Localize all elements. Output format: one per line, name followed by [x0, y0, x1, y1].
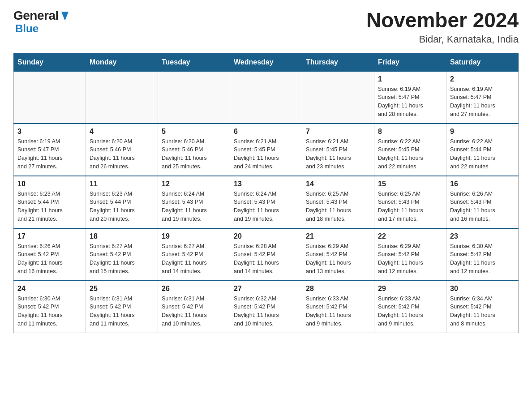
calendar-cell: 21Sunrise: 6:29 AMSunset: 5:42 PMDayligh…: [302, 228, 374, 281]
calendar-cell: 10Sunrise: 6:23 AMSunset: 5:44 PMDayligh…: [14, 176, 86, 228]
calendar-cell: 27Sunrise: 6:32 AMSunset: 5:42 PMDayligh…: [230, 281, 302, 333]
calendar-cell: 24Sunrise: 6:30 AMSunset: 5:42 PMDayligh…: [14, 281, 86, 333]
day-info: Sunrise: 6:26 AMSunset: 5:42 PMDaylight:…: [17, 242, 82, 276]
calendar-week-5: 24Sunrise: 6:30 AMSunset: 5:42 PMDayligh…: [14, 281, 519, 333]
day-info: Sunrise: 6:30 AMSunset: 5:42 PMDaylight:…: [450, 242, 515, 276]
day-number: 7: [306, 128, 370, 136]
day-info: Sunrise: 6:24 AMSunset: 5:43 PMDaylight:…: [234, 190, 298, 223]
logo: General Blue: [13, 9, 69, 34]
day-number: 16: [450, 180, 515, 188]
calendar-cell: 17Sunrise: 6:26 AMSunset: 5:42 PMDayligh…: [14, 228, 86, 281]
day-number: 2: [450, 75, 515, 83]
calendar-cell: [230, 71, 302, 124]
day-info: Sunrise: 6:33 AMSunset: 5:42 PMDaylight:…: [378, 295, 442, 328]
day-info: Sunrise: 6:27 AMSunset: 5:42 PMDaylight:…: [90, 242, 154, 276]
day-info: Sunrise: 6:19 AMSunset: 5:47 PMDaylight:…: [378, 85, 442, 119]
weekday-header-row: SundayMondayTuesdayWednesdayThursdayFrid…: [14, 53, 519, 71]
day-info: Sunrise: 6:32 AMSunset: 5:42 PMDaylight:…: [234, 295, 298, 328]
day-number: 26: [162, 285, 226, 293]
calendar-cell: 3Sunrise: 6:19 AMSunset: 5:47 PMDaylight…: [14, 124, 86, 176]
day-info: Sunrise: 6:34 AMSunset: 5:42 PMDaylight:…: [450, 295, 515, 328]
day-info: Sunrise: 6:28 AMSunset: 5:42 PMDaylight:…: [234, 242, 298, 276]
svg-marker-0: [61, 12, 69, 21]
day-number: 17: [17, 232, 82, 240]
calendar-cell: 4Sunrise: 6:20 AMSunset: 5:46 PMDaylight…: [86, 124, 158, 176]
day-number: 24: [17, 285, 82, 293]
calendar-subtitle: Bidar, Karnataka, India: [366, 34, 519, 45]
calendar-week-4: 17Sunrise: 6:26 AMSunset: 5:42 PMDayligh…: [14, 228, 519, 281]
calendar-week-2: 3Sunrise: 6:19 AMSunset: 5:47 PMDaylight…: [14, 124, 519, 176]
calendar-cell: 9Sunrise: 6:22 AMSunset: 5:44 PMDaylight…: [446, 124, 519, 176]
day-number: 10: [17, 180, 82, 188]
day-number: 22: [378, 232, 442, 240]
day-number: 25: [90, 285, 154, 293]
calendar-cell: 2Sunrise: 6:19 AMSunset: 5:47 PMDaylight…: [446, 71, 519, 124]
calendar-cell: 13Sunrise: 6:24 AMSunset: 5:43 PMDayligh…: [230, 176, 302, 228]
day-number: 4: [90, 128, 154, 136]
day-info: Sunrise: 6:23 AMSunset: 5:44 PMDaylight:…: [17, 190, 82, 223]
day-info: Sunrise: 6:27 AMSunset: 5:42 PMDaylight:…: [162, 242, 226, 276]
weekday-header-sunday: Sunday: [14, 53, 86, 71]
day-number: 18: [90, 232, 154, 240]
calendar-cell: 19Sunrise: 6:27 AMSunset: 5:42 PMDayligh…: [158, 228, 230, 281]
day-number: 19: [162, 232, 226, 240]
weekday-header-wednesday: Wednesday: [230, 53, 302, 71]
calendar-week-1: 1Sunrise: 6:19 AMSunset: 5:47 PMDaylight…: [14, 71, 519, 124]
calendar-cell: 30Sunrise: 6:34 AMSunset: 5:42 PMDayligh…: [446, 281, 519, 333]
weekday-header-tuesday: Tuesday: [158, 53, 230, 71]
day-info: Sunrise: 6:22 AMSunset: 5:44 PMDaylight:…: [450, 137, 515, 171]
calendar-cell: 28Sunrise: 6:33 AMSunset: 5:42 PMDayligh…: [302, 281, 374, 333]
calendar-cell: 18Sunrise: 6:27 AMSunset: 5:42 PMDayligh…: [86, 228, 158, 281]
calendar-cell: [302, 71, 374, 124]
day-number: 9: [450, 128, 515, 136]
calendar-cell: 15Sunrise: 6:25 AMSunset: 5:43 PMDayligh…: [374, 176, 446, 228]
day-info: Sunrise: 6:31 AMSunset: 5:42 PMDaylight:…: [162, 295, 226, 328]
day-number: 20: [234, 232, 298, 240]
calendar-cell: 7Sunrise: 6:21 AMSunset: 5:45 PMDaylight…: [302, 124, 374, 176]
logo-blue-text: Blue: [15, 22, 39, 34]
calendar-week-3: 10Sunrise: 6:23 AMSunset: 5:44 PMDayligh…: [14, 176, 519, 228]
calendar-cell: 11Sunrise: 6:23 AMSunset: 5:44 PMDayligh…: [86, 176, 158, 228]
calendar-cell: 6Sunrise: 6:21 AMSunset: 5:45 PMDaylight…: [230, 124, 302, 176]
calendar-cell: 25Sunrise: 6:31 AMSunset: 5:42 PMDayligh…: [86, 281, 158, 333]
day-number: 6: [234, 128, 298, 136]
calendar-cell: 29Sunrise: 6:33 AMSunset: 5:42 PMDayligh…: [374, 281, 446, 333]
calendar-table: SundayMondayTuesdayWednesdayThursdayFrid…: [13, 53, 519, 333]
calendar-cell: [158, 71, 230, 124]
day-info: Sunrise: 6:29 AMSunset: 5:42 PMDaylight:…: [378, 242, 442, 276]
page-header: General Blue November 2024 Bidar, Karnat…: [13, 9, 519, 45]
day-number: 13: [234, 180, 298, 188]
day-number: 12: [162, 180, 226, 188]
day-number: 1: [378, 75, 442, 83]
logo-arrow-icon: [60, 10, 69, 22]
calendar-body: 1Sunrise: 6:19 AMSunset: 5:47 PMDaylight…: [14, 71, 519, 333]
day-info: Sunrise: 6:25 AMSunset: 5:43 PMDaylight:…: [378, 190, 442, 223]
weekday-header-thursday: Thursday: [302, 53, 374, 71]
day-info: Sunrise: 6:25 AMSunset: 5:43 PMDaylight:…: [306, 190, 370, 223]
day-info: Sunrise: 6:22 AMSunset: 5:45 PMDaylight:…: [378, 137, 442, 171]
day-info: Sunrise: 6:21 AMSunset: 5:45 PMDaylight:…: [234, 137, 298, 171]
calendar-cell: 1Sunrise: 6:19 AMSunset: 5:47 PMDaylight…: [374, 71, 446, 124]
day-info: Sunrise: 6:19 AMSunset: 5:47 PMDaylight:…: [17, 137, 82, 171]
calendar-header: SundayMondayTuesdayWednesdayThursdayFrid…: [14, 53, 519, 71]
day-info: Sunrise: 6:20 AMSunset: 5:46 PMDaylight:…: [90, 137, 154, 171]
day-info: Sunrise: 6:26 AMSunset: 5:43 PMDaylight:…: [450, 190, 515, 223]
day-number: 30: [450, 285, 515, 293]
day-number: 11: [90, 180, 154, 188]
day-info: Sunrise: 6:21 AMSunset: 5:45 PMDaylight:…: [306, 137, 370, 171]
weekday-header-friday: Friday: [374, 53, 446, 71]
day-info: Sunrise: 6:23 AMSunset: 5:44 PMDaylight:…: [90, 190, 154, 223]
day-number: 8: [378, 128, 442, 136]
calendar-cell: 8Sunrise: 6:22 AMSunset: 5:45 PMDaylight…: [374, 124, 446, 176]
logo-general-text: General: [13, 9, 59, 23]
day-number: 21: [306, 232, 370, 240]
calendar-cell: 5Sunrise: 6:20 AMSunset: 5:46 PMDaylight…: [158, 124, 230, 176]
calendar-cell: 26Sunrise: 6:31 AMSunset: 5:42 PMDayligh…: [158, 281, 230, 333]
day-info: Sunrise: 6:24 AMSunset: 5:43 PMDaylight:…: [162, 190, 226, 223]
calendar-cell: [86, 71, 158, 124]
weekday-header-monday: Monday: [86, 53, 158, 71]
calendar-cell: 20Sunrise: 6:28 AMSunset: 5:42 PMDayligh…: [230, 228, 302, 281]
day-info: Sunrise: 6:20 AMSunset: 5:46 PMDaylight:…: [162, 137, 226, 171]
day-info: Sunrise: 6:29 AMSunset: 5:42 PMDaylight:…: [306, 242, 370, 276]
day-number: 14: [306, 180, 370, 188]
